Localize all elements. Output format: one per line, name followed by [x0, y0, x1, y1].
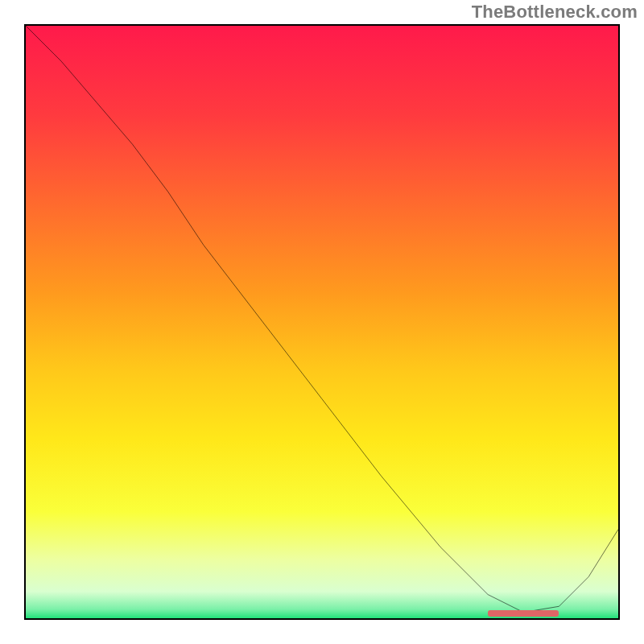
plot-area [24, 24, 620, 620]
optimal-range-marker [488, 610, 559, 617]
watermark-text: TheBottleneck.com [472, 2, 638, 23]
chart-frame: TheBottleneck.com [0, 0, 644, 644]
bottleneck-curve [26, 26, 618, 618]
